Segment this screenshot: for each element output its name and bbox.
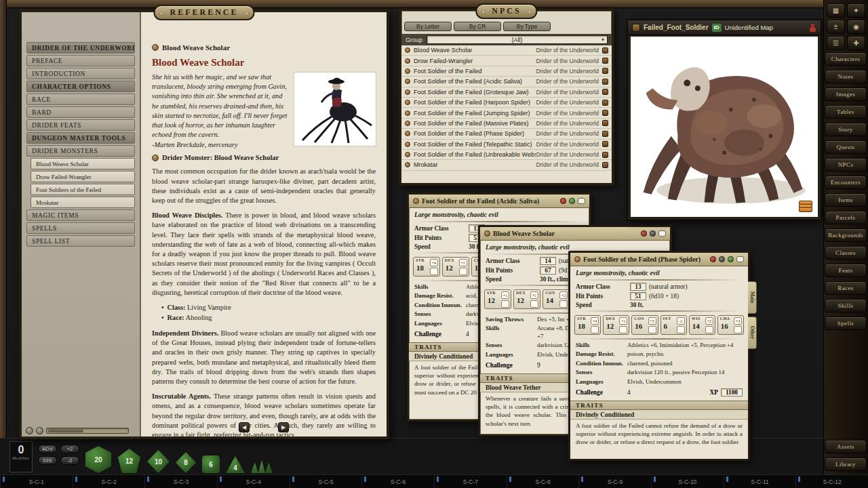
npc-link-icon[interactable]: [405, 89, 410, 95]
reference-nav-item[interactable]: Mrokatar: [31, 197, 135, 208]
reference-nav-item[interactable]: BARD: [26, 106, 135, 118]
modifier-pill-button[interactable]: -2: [60, 456, 79, 465]
ability-score-box[interactable]: DEX 12 +1: [603, 315, 629, 335]
die-button[interactable]: 20: [85, 446, 111, 473]
toolbar-icon-button[interactable]: ◉: [847, 20, 865, 34]
modifier-pill-button[interactable]: DIS: [38, 456, 57, 465]
sidebar-button[interactable]: Tables: [825, 105, 867, 119]
reference-window[interactable]: REFERENCE DRIDER OF THE UNDERWORLD PREFA…: [19, 9, 389, 439]
ability-check-die[interactable]: +1: [501, 291, 509, 299]
npc-link-icon[interactable]: [405, 58, 410, 64]
token-figure-icon[interactable]: [809, 24, 816, 32]
npc-filter-button[interactable]: By CR: [454, 22, 501, 31]
tab-main[interactable]: Main: [748, 281, 757, 314]
npc-link-icon[interactable]: [405, 131, 410, 136]
reference-nav-item[interactable]: Blood Weave Scholar: [31, 158, 135, 169]
module-icon[interactable]: [602, 100, 608, 106]
ability-score-box[interactable]: CON 14 +2: [542, 289, 570, 309]
sidebar-button[interactable]: Races: [825, 281, 867, 295]
die-button[interactable]: 6: [202, 455, 220, 473]
reference-nav-item[interactable]: CHARACTER OPTIONS: [26, 81, 135, 92]
record-link-icon[interactable]: [152, 44, 159, 51]
ability-check-die[interactable]: +1: [530, 291, 538, 299]
sidebar-button[interactable]: Feats: [825, 264, 867, 277]
hotkey-slot[interactable]: S-C-9: [578, 475, 651, 488]
npc-list-item[interactable]: Foot Soldier of the Failed (Unbreakable …: [401, 150, 612, 160]
sidebar-button[interactable]: Characters: [825, 52, 867, 66]
zoom-out-button[interactable]: [26, 427, 33, 434]
module-icon[interactable]: [602, 162, 608, 168]
modifier-pill-button[interactable]: ADV: [38, 445, 57, 453]
ability-save-die[interactable]: [501, 300, 509, 308]
reference-nav-item[interactable]: Foot Soldiers of the Failed: [31, 184, 135, 195]
ability-check-die[interactable]: -2: [677, 317, 685, 325]
ability-save-die[interactable]: [619, 326, 627, 333]
ability-save-die[interactable]: [648, 326, 656, 333]
image-canvas[interactable]: [631, 37, 818, 217]
ability-check-die[interactable]: +1: [619, 317, 627, 325]
tab-other[interactable]: Other: [748, 317, 757, 349]
sidebar-button[interactable]: NPCs: [825, 158, 867, 171]
sidebar-button[interactable]: Quests: [825, 140, 867, 154]
npc-link-icon[interactable]: [405, 162, 410, 167]
die-button[interactable]: 4: [226, 456, 245, 473]
monster-link-icon[interactable]: [152, 155, 159, 161]
hotkey-slot[interactable]: S-C-10: [651, 475, 724, 488]
next-page-button[interactable]: ▶: [278, 422, 289, 432]
hotkey-slot[interactable]: S-C-3: [144, 475, 217, 488]
module-icon[interactable]: [602, 68, 608, 74]
drider-illustration[interactable]: [294, 73, 376, 146]
reference-nav-item[interactable]: Drow Failed-Wrangler: [31, 171, 135, 182]
sidebar-button[interactable]: Notes: [825, 70, 867, 83]
hotkey-slot[interactable]: S-C-8: [507, 475, 579, 488]
image-window[interactable]: Failed_Foot_Soldier ID Unidentified Map: [627, 19, 822, 221]
ability-save-die[interactable]: [459, 268, 467, 275]
npc-list-item[interactable]: Foot Soldier of the Failed (Massive Plat…: [401, 119, 612, 129]
image-tool-icon[interactable]: [632, 24, 640, 32]
statblock-link-icon[interactable]: [484, 230, 490, 237]
statblock-link-icon[interactable]: [574, 256, 580, 262]
reference-nav-item[interactable]: DRIDER FEATS: [26, 119, 135, 131]
npc-list-item[interactable]: Foot Soldier of the Failed Drider of the…: [401, 66, 612, 77]
npc-list-item[interactable]: Blood Weave Scholar Drider of the Underw…: [401, 45, 612, 56]
layers-button[interactable]: [799, 201, 814, 213]
sidebar-button[interactable]: Encounters: [825, 176, 867, 189]
previous-page-button[interactable]: ◀: [239, 422, 250, 432]
die-button[interactable]: 8: [176, 452, 196, 473]
npcs-window-title-plaque[interactable]: NPCS: [475, 3, 537, 19]
hotkey-slot[interactable]: S-C-2: [73, 475, 145, 488]
group-dropdown[interactable]: (All) ▾: [427, 35, 608, 44]
reference-nav-item[interactable]: PREFACE: [26, 55, 135, 66]
statblock-link-icon[interactable]: [413, 198, 419, 204]
ability-score-box[interactable]: DEX 12 +1: [442, 257, 469, 277]
module-icon[interactable]: [602, 110, 608, 116]
npc-link-icon[interactable]: [405, 110, 410, 116]
ability-check-die[interactable]: +4: [591, 317, 599, 325]
npc-filter-button[interactable]: By Type: [503, 22, 551, 31]
statblock-header[interactable]: Foot Soldier of the Failed (Phase Spider…: [570, 253, 748, 266]
npc-list-item[interactable]: Drow Failed-Wrangler Drider of the Under…: [401, 56, 612, 66]
reference-nav-item[interactable]: RACE: [26, 94, 135, 105]
npc-link-icon[interactable]: [405, 47, 410, 53]
reference-nav-item[interactable]: MAGIC ITEMS: [26, 209, 135, 221]
toolbar-icon-button[interactable]: ☰: [827, 36, 845, 50]
hotkey-slot[interactable]: S-C-11: [724, 475, 796, 488]
module-icon[interactable]: [602, 131, 608, 137]
modifier-pill-button[interactable]: +2: [60, 445, 79, 453]
ability-score-box[interactable]: INT 6 -2: [660, 315, 687, 335]
npc-list-item[interactable]: Foot Soldier of the Failed (Acidic Saliv…: [401, 77, 612, 87]
ability-check-die[interactable]: +3: [734, 317, 742, 325]
sidebar-button[interactable]: Library: [825, 458, 867, 471]
id-badge[interactable]: ID: [712, 24, 722, 32]
hotkey-slot[interactable]: S-C-7: [434, 475, 507, 488]
module-icon[interactable]: [602, 58, 608, 64]
token-orb-icon[interactable]: [710, 256, 716, 262]
ability-score-box[interactable]: CON 16 +3: [631, 315, 658, 335]
npc-link-icon[interactable]: [405, 142, 410, 147]
statblock-window-phase-spider[interactable]: Main Other Foot Soldier of the Failed (P…: [568, 251, 750, 461]
module-icon[interactable]: [602, 141, 608, 147]
module-icon[interactable]: [602, 79, 608, 85]
chat-bubble-icon[interactable]: [578, 198, 585, 204]
toolbar-icon-button[interactable]: ✚: [847, 36, 865, 50]
ability-score-box[interactable]: STR 12 +1: [484, 289, 511, 309]
